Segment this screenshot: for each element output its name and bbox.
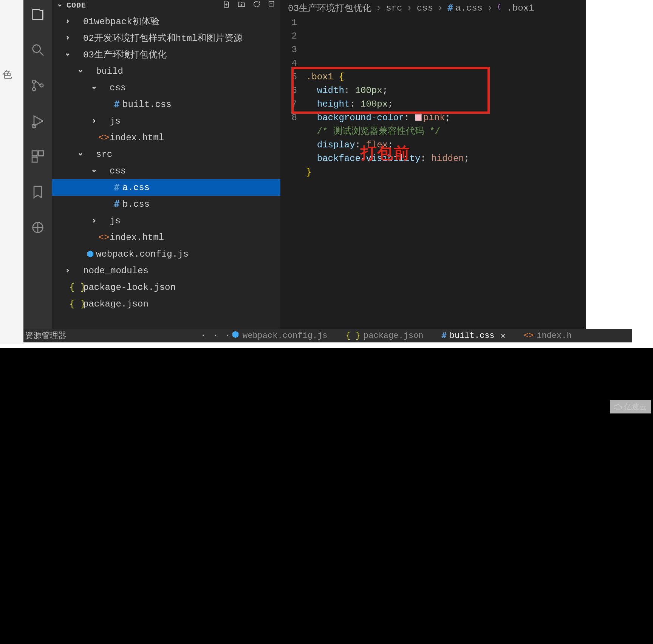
svg-point-4 xyxy=(32,88,36,91)
code[interactable]: 打包前 .box1 { width: 100px; height: 100px;… xyxy=(305,16,586,179)
vscode-window: CODE 01webpack初体验02开发环境打包样式和html和图片资源03生… xyxy=(23,0,586,333)
breadcrumb-sep: › xyxy=(407,3,412,13)
tree-label: package.json xyxy=(83,299,149,309)
folder-src-js[interactable]: js xyxy=(52,212,280,229)
chevron-down-icon xyxy=(90,85,98,91)
code-line[interactable]: } xyxy=(306,166,586,179)
file-icon: # xyxy=(111,199,122,209)
folder-src[interactable]: src xyxy=(52,146,280,163)
tree-label: a.css xyxy=(122,183,150,193)
code-line[interactable]: /* 测试浏览器兼容性代码 */ xyxy=(306,125,586,138)
code-line[interactable]: .box1 { xyxy=(306,70,586,84)
bookmark-icon[interactable] xyxy=(30,184,45,200)
tree-label: 01webpack初体验 xyxy=(83,15,159,27)
bottom-tab-strip: 资源管理器 · · · webpack.config.js{ }package.… xyxy=(23,329,632,342)
file-build-index[interactable]: <>index.html xyxy=(52,129,280,146)
tab-index-html[interactable]: <>index.h xyxy=(524,331,572,341)
search-icon[interactable] xyxy=(30,42,45,57)
file-icon: <> xyxy=(98,232,110,243)
file-tree: 01webpack初体验02开发环境打包样式和html和图片资源03生产环境打包… xyxy=(52,11,280,312)
code-line[interactable]: width: 100px; xyxy=(306,84,586,98)
extensions-icon[interactable] xyxy=(30,149,45,164)
watermark: 亿速云 xyxy=(610,400,651,413)
line-number: 6 xyxy=(280,84,297,98)
gutter: 12345678 xyxy=(280,16,305,179)
explorer-sidebar: CODE 01webpack初体验02开发环境打包样式和html和图片资源03生… xyxy=(52,0,280,333)
breadcrumb-item[interactable]: src xyxy=(386,3,402,13)
chevron-right-icon xyxy=(63,18,72,24)
editor-pane: 03生产环境打包优化›src›css›#a.css›.box1 12345678… xyxy=(280,0,586,333)
folder-03[interactable]: 03生产环境打包优化 xyxy=(52,46,280,63)
svg-rect-8 xyxy=(39,151,43,156)
svg-point-3 xyxy=(32,80,36,83)
folder-node-modules[interactable]: node_modules xyxy=(52,262,280,279)
refresh-icon[interactable] xyxy=(252,0,261,11)
tab-built-css[interactable]: #built.css✕ xyxy=(441,331,505,341)
line-number: 8 xyxy=(280,111,297,125)
left-strip-label: 色 xyxy=(2,68,12,81)
folder-build-js[interactable]: js xyxy=(52,113,280,129)
chevron-right-icon xyxy=(63,35,72,41)
svg-rect-9 xyxy=(32,157,37,162)
breadcrumbs[interactable]: 03生产环境打包优化›src›css›#a.css›.box1 xyxy=(280,0,586,14)
explorer-label: 资源管理器 xyxy=(25,330,67,341)
more-icon[interactable]: · · · xyxy=(201,331,231,341)
source-control-icon[interactable] xyxy=(30,78,45,93)
line-number: 5 xyxy=(280,70,297,84)
tree-label: index.html xyxy=(110,133,164,143)
folder-src-css[interactable]: css xyxy=(52,163,280,179)
line-number: 2 xyxy=(280,29,297,43)
folder-build[interactable]: build xyxy=(52,63,280,79)
folder-01[interactable]: 01webpack初体验 xyxy=(52,13,280,29)
code-line[interactable]: height: 100px; xyxy=(306,98,586,111)
color-swatch xyxy=(415,114,422,121)
file-icon: # xyxy=(111,99,122,110)
sidebar-title: CODE xyxy=(67,1,218,10)
new-file-icon[interactable] xyxy=(222,0,231,11)
breadcrumb-item[interactable]: 03生产环境打包优化 xyxy=(288,2,371,14)
folder-build-css[interactable]: css xyxy=(52,79,280,96)
folder-02[interactable]: 02开发环境打包样式和html和图片资源 xyxy=(52,29,280,46)
chevron-down-icon xyxy=(76,151,85,157)
file-webpack-config[interactable]: webpack.config.js xyxy=(52,246,280,262)
tree-label: css xyxy=(110,166,126,176)
annotation-label: 打包前 xyxy=(361,147,410,161)
breadcrumb-item[interactable]: .box1 xyxy=(497,3,534,13)
tree-label: src xyxy=(96,149,112,159)
chevron-down-icon xyxy=(76,68,85,74)
svg-point-5 xyxy=(40,84,43,87)
breadcrumb-sep: › xyxy=(376,3,381,13)
line-number: 3 xyxy=(280,43,297,57)
debug-icon[interactable] xyxy=(30,113,45,128)
breadcrumb-item[interactable]: css xyxy=(417,3,433,13)
file-src-index[interactable]: <>index.html xyxy=(52,229,280,246)
file-built-css[interactable]: #built.css xyxy=(52,96,280,113)
breadcrumb-sep: › xyxy=(438,3,443,13)
breadcrumb-item[interactable]: #a.css xyxy=(447,3,482,14)
svg-rect-7 xyxy=(32,151,37,156)
cloud-icon[interactable] xyxy=(30,220,45,235)
code-line[interactable]: background-color: pink; xyxy=(306,111,586,125)
tree-label: node_modules xyxy=(83,266,149,276)
line-number: 4 xyxy=(280,57,297,70)
file-package-json[interactable]: { }package.json xyxy=(52,296,280,312)
file-a-css[interactable]: #a.css xyxy=(52,179,280,196)
breadcrumb-sep: › xyxy=(487,3,492,13)
close-icon[interactable]: ✕ xyxy=(501,331,506,341)
chevron-right-icon xyxy=(63,268,72,274)
explorer-icon[interactable] xyxy=(30,7,45,22)
new-folder-icon[interactable] xyxy=(237,0,246,11)
file-icon xyxy=(85,250,96,258)
code-line[interactable]: backface-visibility: hidden; xyxy=(306,152,586,166)
code-line[interactable]: display: flex; xyxy=(306,138,586,152)
collapse-all-icon[interactable] xyxy=(268,0,276,11)
file-package-lock[interactable]: { }package-lock.json xyxy=(52,279,280,296)
tab-webpack[interactable]: webpack.config.js xyxy=(231,330,327,341)
tree-label: js xyxy=(110,116,121,126)
file-icon: { } xyxy=(72,282,83,293)
line-number: 1 xyxy=(280,16,297,29)
tree-label: index.html xyxy=(110,232,164,243)
file-b-css[interactable]: #b.css xyxy=(52,196,280,212)
svg-point-2 xyxy=(33,45,40,53)
tab-package[interactable]: { }package.json xyxy=(345,331,423,341)
